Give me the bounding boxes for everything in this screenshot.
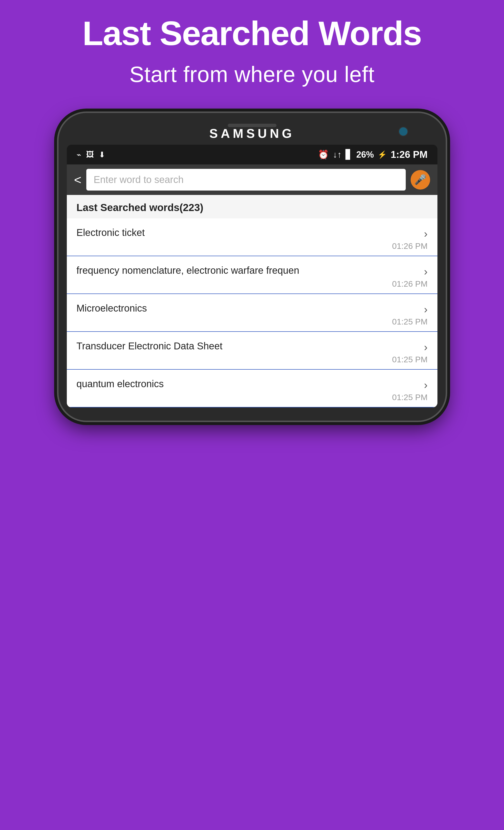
phone-device: SAMSUNG ⌁ 🖼 ⬇ ⏰ ↓↑ ▋ 26% ⚡ 1:26 PM <box>57 111 447 422</box>
status-icons-right: ⏰ ↓↑ ▋ 26% ⚡ 1:26 PM <box>318 149 428 160</box>
item-text: frequency nomenclature, electronic warfa… <box>76 264 428 277</box>
item-text: Transducer Electronic Data Sheet <box>76 340 428 352</box>
signal-icon: ▋ <box>345 150 352 160</box>
chevron-right-icon: › <box>424 265 428 278</box>
list-header: Last Searched words(223) <box>67 195 437 218</box>
search-bar: < Enter word to search 🎤 <box>67 164 437 195</box>
list-item[interactable]: Transducer Electronic Data Sheet 01:25 P… <box>67 332 437 370</box>
item-text: quantum electronics <box>76 377 428 390</box>
app-content: Last Searched words(223) Electronic tick… <box>67 195 437 408</box>
wifi-icon: ↓↑ <box>333 150 342 160</box>
samsung-brand: SAMSUNG <box>209 126 295 141</box>
phone-screen: ⌁ 🖼 ⬇ ⏰ ↓↑ ▋ 26% ⚡ 1:26 PM < Enter word … <box>67 145 437 408</box>
battery-icon: ⚡ <box>378 150 387 159</box>
back-button[interactable]: < <box>74 172 81 187</box>
usb-icon: ⌁ <box>76 150 81 159</box>
list-item[interactable]: Microelectronics 01:25 PM › <box>67 294 437 332</box>
page-subtitle: Start from where you left <box>20 62 484 87</box>
item-time: 01:26 PM <box>76 241 428 251</box>
chevron-right-icon: › <box>424 341 428 353</box>
page-header: Last Searched Words Start from where you… <box>0 0 504 97</box>
page-title: Last Searched Words <box>20 14 484 52</box>
phone-wrapper: SAMSUNG ⌁ 🖼 ⬇ ⏰ ↓↑ ▋ 26% ⚡ 1:26 PM <box>0 111 504 422</box>
mic-button[interactable]: 🎤 <box>411 170 430 190</box>
item-time: 01:25 PM <box>76 392 428 402</box>
image-icon: 🖼 <box>86 150 94 159</box>
chevron-right-icon: › <box>424 228 428 240</box>
phone-speaker <box>228 124 276 127</box>
status-time: 1:26 PM <box>391 149 428 160</box>
phone-top-bar: SAMSUNG <box>67 121 437 145</box>
item-text: Electronic ticket <box>76 226 428 239</box>
item-time: 01:25 PM <box>76 317 428 326</box>
phone-camera <box>398 127 408 136</box>
item-time: 01:25 PM <box>76 355 428 364</box>
mic-icon: 🎤 <box>414 174 427 185</box>
item-text: Microelectronics <box>76 302 428 315</box>
item-time: 01:26 PM <box>76 279 428 289</box>
alarm-icon: ⏰ <box>318 150 329 160</box>
download-icon: ⬇ <box>99 150 105 159</box>
list-item[interactable]: Electronic ticket 01:26 PM › <box>67 218 437 256</box>
status-icons-left: ⌁ 🖼 ⬇ <box>76 150 105 159</box>
chevron-right-icon: › <box>424 379 428 391</box>
battery-percent: 26% <box>356 150 374 160</box>
list-item[interactable]: frequency nomenclature, electronic warfa… <box>67 256 437 294</box>
search-input[interactable]: Enter word to search <box>86 169 406 191</box>
status-bar: ⌁ 🖼 ⬇ ⏰ ↓↑ ▋ 26% ⚡ 1:26 PM <box>67 145 437 164</box>
chevron-right-icon: › <box>424 303 428 315</box>
list-item[interactable]: quantum electronics 01:25 PM › <box>67 370 437 408</box>
